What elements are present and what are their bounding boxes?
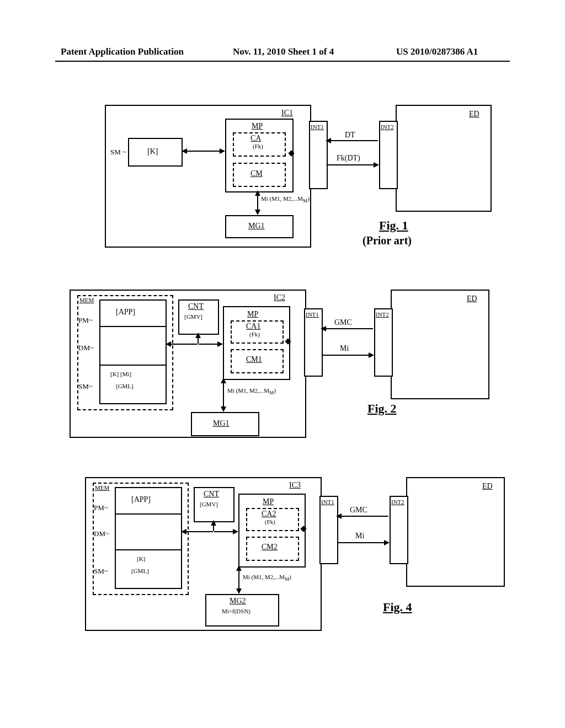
fig4-fk-label: (Fk) — [265, 519, 275, 525]
fig1-ed-box — [396, 105, 492, 212]
fig2-gmc-arrow — [322, 328, 373, 329]
fig4-int1-label: INT1 — [321, 499, 334, 505]
fig4-mi-list: Mi (M1, M2,...MM) — [243, 574, 291, 582]
arrow-right-icon — [374, 162, 379, 168]
fig2-kmi-label: [K] [Mi] — [110, 371, 131, 377]
fig2-gmv-label: [GMV] — [184, 314, 202, 320]
fig2-mp-label: MP — [247, 311, 258, 318]
figure-1: IC1 [K] SM ~ MP CA (Fk) CM MG1 Mi (M1, M… — [105, 99, 491, 254]
fig4-gmc-label: GMC — [350, 506, 367, 514]
arrow-right-icon — [217, 341, 223, 347]
arrow-left-icon — [181, 529, 186, 534]
fig4-mi-arrow — [337, 542, 388, 543]
fig4-ca2-label: CA2 — [262, 510, 276, 518]
fig4-mi-edge-label: Mi — [355, 532, 364, 540]
fig1-mi-list: Mi (M1, M2,...MM) — [261, 196, 310, 204]
fig2-dm-label: DM~ — [78, 344, 94, 352]
fig2-fk-label: (Fk) — [249, 331, 260, 338]
fig1-dt-label: DT — [345, 131, 355, 139]
fig1-ed-label: ED — [469, 110, 479, 118]
fig1-mg1-label: MG1 — [248, 222, 265, 230]
fig2-gml-label: [GML] — [116, 383, 134, 389]
figure-2: IC2 MEM [APP] PM~ DM~ [K] [Mi] [GML] SM~… — [70, 284, 494, 438]
fig2-sm-label: SM~ — [78, 382, 93, 391]
figure-4: IC3 MEM [APP] PM~ DM~ [K] [GML] SM~ CNT … — [85, 472, 510, 631]
fig1-ca-label: CA — [250, 135, 261, 142]
fig4-int1-box — [319, 496, 338, 564]
fig1-dt-arrow — [327, 140, 378, 141]
fig2-mg1-label: MG1 — [213, 420, 230, 427]
fig4-gml-label: [GML] — [131, 568, 149, 574]
fig4-ic3-label: IC3 — [289, 481, 301, 489]
fig1-k-label: [K] — [147, 148, 158, 156]
arrow-up-icon — [221, 378, 226, 383]
fig2-ed-box — [391, 290, 489, 399]
fig4-mg2-label: MG2 — [230, 597, 246, 605]
fig4-gmc-arrow — [337, 516, 388, 517]
arrow-down-icon — [236, 588, 242, 594]
arrow-down-icon — [255, 210, 260, 215]
fig1-int2-box — [379, 121, 398, 189]
arrow-right-icon — [369, 352, 374, 358]
fig2-mem-label: MEM — [79, 297, 94, 303]
header-left: Patent Application Publication — [61, 46, 184, 57]
fig2-dm-box — [99, 326, 167, 367]
fig1-int1-box — [309, 121, 328, 189]
fig4-cm2-label: CM2 — [262, 543, 278, 551]
fig2-ca1-label: CA1 — [246, 323, 260, 330]
fig2-pm-label: PM~ — [78, 316, 93, 325]
fig2-int1-label: INT1 — [306, 312, 319, 318]
fig4-gmv-label: [GMV] — [200, 501, 218, 507]
arrow-up-icon — [255, 190, 260, 196]
arrow-left-icon — [336, 513, 342, 519]
fig4-ed-box — [406, 477, 505, 587]
fig2-int1-box — [304, 308, 323, 377]
fig1-fkdt-label: Fk(DT) — [337, 154, 360, 162]
fig1-arrow-k-mp — [182, 151, 224, 152]
fig4-int2-box — [390, 496, 408, 564]
fig2-cnt-label: CNT — [188, 303, 204, 311]
arrow-down-icon — [221, 406, 226, 412]
arrow-right-icon — [233, 529, 238, 534]
fig4-k-label: [K] — [137, 556, 145, 562]
fig1-sm-label: SM ~ — [110, 148, 126, 157]
fig4-dm-box — [115, 513, 182, 552]
fig4-sm-label: SM~ — [94, 567, 108, 576]
fig4-mp-label: MP — [263, 498, 274, 506]
fig1-int1-label: INT1 — [311, 124, 324, 130]
fig1-ic1-label: IC1 — [281, 109, 293, 117]
fig1-fk-label: (Fk) — [253, 143, 263, 149]
arrow-up-icon — [236, 565, 242, 571]
fig2-int2-box — [374, 308, 393, 377]
fig2-mi-arrow — [322, 355, 373, 356]
fig1-mp-label: MP — [252, 122, 263, 130]
fig2-caption: Fig. 2 — [367, 403, 397, 415]
arrow-left-icon — [326, 138, 331, 143]
arrow-right-icon — [220, 148, 225, 154]
fig2-cm1-label: CM1 — [246, 356, 262, 363]
arrow-up-icon — [211, 520, 216, 526]
fig4-app-label: [APP] — [131, 496, 151, 504]
fig4-ed-label: ED — [482, 483, 493, 490]
fig2-ic2-label: IC2 — [274, 294, 285, 302]
arrow-up-icon — [195, 333, 201, 338]
fig4-cnt-label: CNT — [204, 490, 219, 498]
arrow-right-icon — [384, 540, 390, 545]
header-mid: Nov. 11, 2010 Sheet 1 of 4 — [233, 46, 334, 57]
header-right: US 2010/0287386 A1 — [396, 46, 478, 57]
fig4-dm-label: DM~ — [94, 529, 109, 538]
fig2-app-label: [APP] — [116, 308, 135, 316]
fig4-mg2-fn-label: Mi=f(DSN) — [222, 608, 250, 614]
header-rule — [55, 61, 510, 62]
fig1-fkdt-arrow — [327, 164, 378, 165]
fig4-mem-label: MEM — [95, 485, 109, 491]
arrow-left-icon — [182, 148, 187, 154]
fig1-caption: Fig. 1 — [379, 220, 408, 232]
arrow-left-icon — [166, 341, 171, 347]
fig4-caption: Fig. 4 — [383, 601, 412, 613]
fig4-pm-label: PM~ — [94, 504, 108, 512]
fig2-mi-edge-label: Mi — [340, 345, 349, 352]
fig1-cm-label: CM — [250, 170, 263, 178]
fig2-mi-list: Mi (M1, M2,...MM) — [227, 388, 276, 395]
fig4-int2-label: INT2 — [391, 499, 404, 505]
